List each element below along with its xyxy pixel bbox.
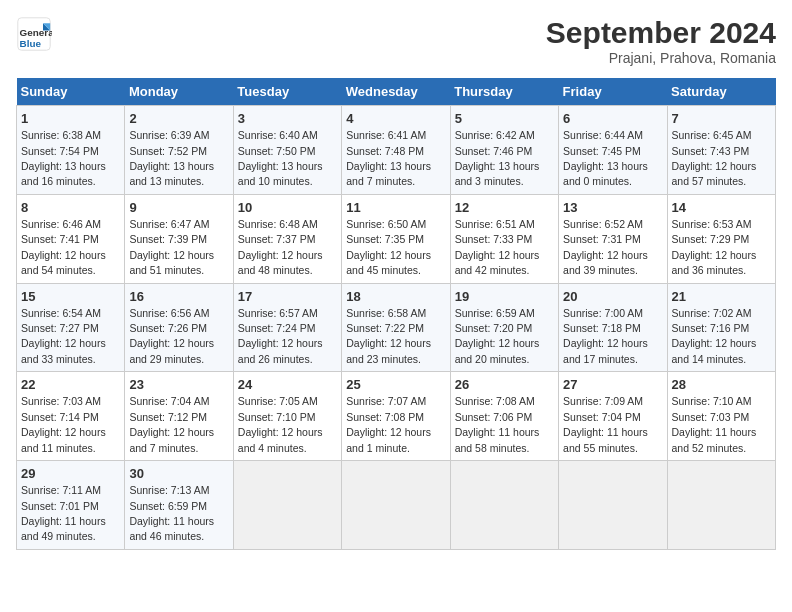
day-info: Sunrise: 6:58 AM Sunset: 7:22 PM Dayligh… bbox=[346, 307, 431, 365]
calendar-cell: 16Sunrise: 6:56 AM Sunset: 7:26 PM Dayli… bbox=[125, 283, 233, 372]
day-number: 7 bbox=[672, 110, 771, 128]
day-number: 17 bbox=[238, 288, 337, 306]
day-number: 18 bbox=[346, 288, 445, 306]
day-number: 12 bbox=[455, 199, 554, 217]
location-subtitle: Prajani, Prahova, Romania bbox=[546, 50, 776, 66]
day-info: Sunrise: 6:41 AM Sunset: 7:48 PM Dayligh… bbox=[346, 129, 431, 187]
calendar-cell: 9Sunrise: 6:47 AM Sunset: 7:39 PM Daylig… bbox=[125, 194, 233, 283]
day-number: 2 bbox=[129, 110, 228, 128]
day-info: Sunrise: 7:03 AM Sunset: 7:14 PM Dayligh… bbox=[21, 395, 106, 453]
calendar-cell: 8Sunrise: 6:46 AM Sunset: 7:41 PM Daylig… bbox=[17, 194, 125, 283]
day-number: 13 bbox=[563, 199, 662, 217]
day-info: Sunrise: 7:09 AM Sunset: 7:04 PM Dayligh… bbox=[563, 395, 648, 453]
calendar-cell: 30Sunrise: 7:13 AM Sunset: 6:59 PM Dayli… bbox=[125, 461, 233, 550]
header-friday: Friday bbox=[559, 78, 667, 106]
calendar-cell: 19Sunrise: 6:59 AM Sunset: 7:20 PM Dayli… bbox=[450, 283, 558, 372]
calendar-cell: 11Sunrise: 6:50 AM Sunset: 7:35 PM Dayli… bbox=[342, 194, 450, 283]
day-info: Sunrise: 7:10 AM Sunset: 7:03 PM Dayligh… bbox=[672, 395, 757, 453]
day-info: Sunrise: 7:07 AM Sunset: 7:08 PM Dayligh… bbox=[346, 395, 431, 453]
day-info: Sunrise: 6:53 AM Sunset: 7:29 PM Dayligh… bbox=[672, 218, 757, 276]
header-tuesday: Tuesday bbox=[233, 78, 341, 106]
calendar-cell: 3Sunrise: 6:40 AM Sunset: 7:50 PM Daylig… bbox=[233, 106, 341, 195]
calendar-week-row: 8Sunrise: 6:46 AM Sunset: 7:41 PM Daylig… bbox=[17, 194, 776, 283]
day-number: 6 bbox=[563, 110, 662, 128]
calendar-cell: 12Sunrise: 6:51 AM Sunset: 7:33 PM Dayli… bbox=[450, 194, 558, 283]
calendar-cell: 15Sunrise: 6:54 AM Sunset: 7:27 PM Dayli… bbox=[17, 283, 125, 372]
day-info: Sunrise: 7:04 AM Sunset: 7:12 PM Dayligh… bbox=[129, 395, 214, 453]
day-number: 10 bbox=[238, 199, 337, 217]
calendar-week-row: 22Sunrise: 7:03 AM Sunset: 7:14 PM Dayli… bbox=[17, 372, 776, 461]
month-year-title: September 2024 bbox=[546, 16, 776, 50]
day-number: 29 bbox=[21, 465, 120, 483]
logo-icon: General Blue bbox=[16, 16, 52, 52]
calendar-week-row: 29Sunrise: 7:11 AM Sunset: 7:01 PM Dayli… bbox=[17, 461, 776, 550]
calendar-cell bbox=[667, 461, 775, 550]
day-number: 24 bbox=[238, 376, 337, 394]
calendar-cell: 6Sunrise: 6:44 AM Sunset: 7:45 PM Daylig… bbox=[559, 106, 667, 195]
svg-text:Blue: Blue bbox=[20, 38, 42, 49]
day-info: Sunrise: 7:11 AM Sunset: 7:01 PM Dayligh… bbox=[21, 484, 106, 542]
day-number: 26 bbox=[455, 376, 554, 394]
calendar-cell: 25Sunrise: 7:07 AM Sunset: 7:08 PM Dayli… bbox=[342, 372, 450, 461]
calendar-cell: 20Sunrise: 7:00 AM Sunset: 7:18 PM Dayli… bbox=[559, 283, 667, 372]
day-number: 16 bbox=[129, 288, 228, 306]
day-number: 28 bbox=[672, 376, 771, 394]
header-sunday: Sunday bbox=[17, 78, 125, 106]
logo: General Blue bbox=[16, 16, 52, 52]
calendar-cell: 22Sunrise: 7:03 AM Sunset: 7:14 PM Dayli… bbox=[17, 372, 125, 461]
day-info: Sunrise: 7:02 AM Sunset: 7:16 PM Dayligh… bbox=[672, 307, 757, 365]
day-number: 23 bbox=[129, 376, 228, 394]
calendar-cell: 5Sunrise: 6:42 AM Sunset: 7:46 PM Daylig… bbox=[450, 106, 558, 195]
calendar-cell: 28Sunrise: 7:10 AM Sunset: 7:03 PM Dayli… bbox=[667, 372, 775, 461]
day-info: Sunrise: 7:05 AM Sunset: 7:10 PM Dayligh… bbox=[238, 395, 323, 453]
day-number: 5 bbox=[455, 110, 554, 128]
calendar-header-row: SundayMondayTuesdayWednesdayThursdayFrid… bbox=[17, 78, 776, 106]
calendar-table: SundayMondayTuesdayWednesdayThursdayFrid… bbox=[16, 78, 776, 550]
day-number: 4 bbox=[346, 110, 445, 128]
calendar-cell bbox=[233, 461, 341, 550]
calendar-cell: 24Sunrise: 7:05 AM Sunset: 7:10 PM Dayli… bbox=[233, 372, 341, 461]
calendar-cell: 10Sunrise: 6:48 AM Sunset: 7:37 PM Dayli… bbox=[233, 194, 341, 283]
calendar-cell bbox=[450, 461, 558, 550]
calendar-week-row: 15Sunrise: 6:54 AM Sunset: 7:27 PM Dayli… bbox=[17, 283, 776, 372]
day-info: Sunrise: 6:40 AM Sunset: 7:50 PM Dayligh… bbox=[238, 129, 323, 187]
day-number: 1 bbox=[21, 110, 120, 128]
day-number: 3 bbox=[238, 110, 337, 128]
calendar-cell: 4Sunrise: 6:41 AM Sunset: 7:48 PM Daylig… bbox=[342, 106, 450, 195]
day-info: Sunrise: 6:51 AM Sunset: 7:33 PM Dayligh… bbox=[455, 218, 540, 276]
day-number: 30 bbox=[129, 465, 228, 483]
day-info: Sunrise: 7:08 AM Sunset: 7:06 PM Dayligh… bbox=[455, 395, 540, 453]
day-number: 20 bbox=[563, 288, 662, 306]
calendar-cell: 7Sunrise: 6:45 AM Sunset: 7:43 PM Daylig… bbox=[667, 106, 775, 195]
header-saturday: Saturday bbox=[667, 78, 775, 106]
day-info: Sunrise: 6:42 AM Sunset: 7:46 PM Dayligh… bbox=[455, 129, 540, 187]
day-number: 8 bbox=[21, 199, 120, 217]
day-number: 15 bbox=[21, 288, 120, 306]
calendar-cell: 27Sunrise: 7:09 AM Sunset: 7:04 PM Dayli… bbox=[559, 372, 667, 461]
calendar-cell: 18Sunrise: 6:58 AM Sunset: 7:22 PM Dayli… bbox=[342, 283, 450, 372]
day-number: 9 bbox=[129, 199, 228, 217]
page-header: General Blue September 2024 Prajani, Pra… bbox=[16, 16, 776, 66]
day-info: Sunrise: 6:44 AM Sunset: 7:45 PM Dayligh… bbox=[563, 129, 648, 187]
calendar-cell bbox=[559, 461, 667, 550]
header-thursday: Thursday bbox=[450, 78, 558, 106]
header-monday: Monday bbox=[125, 78, 233, 106]
calendar-cell: 21Sunrise: 7:02 AM Sunset: 7:16 PM Dayli… bbox=[667, 283, 775, 372]
day-number: 25 bbox=[346, 376, 445, 394]
day-info: Sunrise: 6:59 AM Sunset: 7:20 PM Dayligh… bbox=[455, 307, 540, 365]
day-number: 19 bbox=[455, 288, 554, 306]
day-info: Sunrise: 6:38 AM Sunset: 7:54 PM Dayligh… bbox=[21, 129, 106, 187]
day-info: Sunrise: 6:54 AM Sunset: 7:27 PM Dayligh… bbox=[21, 307, 106, 365]
day-info: Sunrise: 6:47 AM Sunset: 7:39 PM Dayligh… bbox=[129, 218, 214, 276]
day-info: Sunrise: 7:00 AM Sunset: 7:18 PM Dayligh… bbox=[563, 307, 648, 365]
day-info: Sunrise: 6:50 AM Sunset: 7:35 PM Dayligh… bbox=[346, 218, 431, 276]
calendar-cell: 1Sunrise: 6:38 AM Sunset: 7:54 PM Daylig… bbox=[17, 106, 125, 195]
calendar-cell: 14Sunrise: 6:53 AM Sunset: 7:29 PM Dayli… bbox=[667, 194, 775, 283]
calendar-week-row: 1Sunrise: 6:38 AM Sunset: 7:54 PM Daylig… bbox=[17, 106, 776, 195]
calendar-cell: 13Sunrise: 6:52 AM Sunset: 7:31 PM Dayli… bbox=[559, 194, 667, 283]
title-block: September 2024 Prajani, Prahova, Romania bbox=[546, 16, 776, 66]
day-number: 14 bbox=[672, 199, 771, 217]
day-number: 21 bbox=[672, 288, 771, 306]
day-info: Sunrise: 6:56 AM Sunset: 7:26 PM Dayligh… bbox=[129, 307, 214, 365]
day-info: Sunrise: 6:57 AM Sunset: 7:24 PM Dayligh… bbox=[238, 307, 323, 365]
